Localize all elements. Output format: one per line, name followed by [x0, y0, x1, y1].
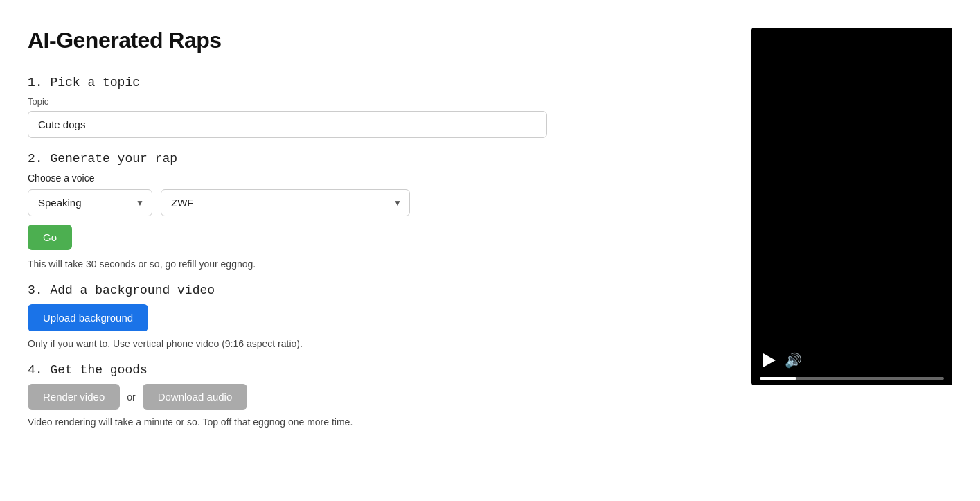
go-button[interactable]: Go [28, 225, 72, 250]
step1-heading: 1. Pick a topic [28, 76, 596, 89]
volume-icon[interactable]: 🔊 [785, 352, 802, 369]
upload-background-button[interactable]: Upload background [28, 304, 148, 331]
voice-style-select[interactable]: Speaking Singing [28, 189, 152, 216]
voice-name-select[interactable]: ZWF Option2 [161, 189, 410, 216]
voice-row: Speaking Singing ▼ ZWF Option2 ▼ [28, 189, 596, 216]
video-controls: 🔊 [751, 344, 952, 377]
or-text: or [127, 392, 135, 403]
left-panel: AI-Generated Raps 1. Pick a topic Topic … [28, 28, 596, 441]
download-audio-button[interactable]: Download audio [143, 384, 248, 410]
step4-heading: 4. Get the goods [28, 363, 596, 377]
voice-style-wrapper: Speaking Singing ▼ [28, 189, 152, 216]
step1-section: 1. Pick a topic Topic [28, 76, 596, 138]
topic-input[interactable] [28, 111, 547, 138]
video-player: 🔊 [751, 28, 952, 385]
progress-fill [760, 377, 796, 380]
goods-row: Render video or Download audio [28, 384, 596, 410]
step3-hint: Only if you want to. Use vertical phone … [28, 338, 596, 349]
step3-section: 3. Add a background video Upload backgro… [28, 283, 596, 349]
right-panel: 🔊 [751, 28, 952, 385]
progress-bar[interactable] [760, 377, 944, 380]
step4-section: 4. Get the goods Render video or Downloa… [28, 363, 596, 428]
voice-label: Choose a voice [28, 173, 596, 184]
voice-name-wrapper: ZWF Option2 ▼ [161, 189, 410, 216]
progress-bar-container [751, 377, 952, 385]
play-icon [763, 353, 776, 367]
play-button[interactable] [760, 351, 779, 370]
page-title: AI-Generated Raps [28, 28, 596, 53]
step2-hint: This will take 30 seconds or so, go refi… [28, 258, 596, 270]
step4-hint: Video rendering will take a minute or so… [28, 416, 596, 428]
topic-label: Topic [28, 96, 596, 107]
step3-heading: 3. Add a background video [28, 283, 596, 297]
render-video-button[interactable]: Render video [28, 384, 120, 410]
step2-heading: 2. Generate your rap [28, 152, 596, 166]
step2-section: 2. Generate your rap Choose a voice Spea… [28, 152, 596, 270]
